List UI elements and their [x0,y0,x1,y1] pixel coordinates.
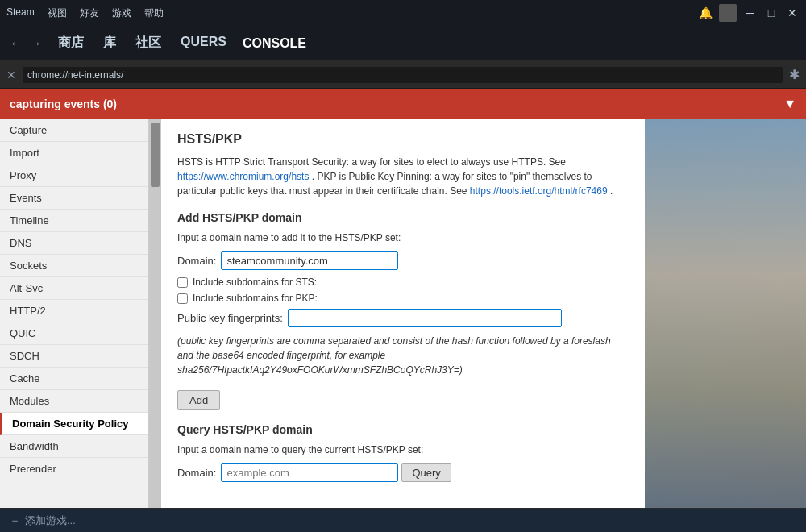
public-key-input[interactable] [288,309,562,327]
include-pkp-checkbox[interactable] [177,293,188,304]
sidebar-item-dns[interactable]: DNS [0,232,148,255]
sidebar-item-import[interactable]: Import [0,142,148,164]
navbar: ← → 商店 库 社区 QUERS CONSOLE [0,26,806,61]
sidebar-item-prerender[interactable]: Prerender [0,458,148,480]
capturebar: capturing events (0) ▼ [0,89,806,119]
right-image-panel [645,119,806,508]
include-sts-label: Include subdomains for STS: [193,276,317,288]
query-domain-label: Domain: [177,467,216,479]
domain-label: Domain: [177,255,216,267]
sidebar-item-capture[interactable]: Capture [0,119,148,142]
forward-button[interactable]: → [29,36,42,51]
public-key-label: Public key fingerprints: [177,312,283,324]
titlebar-controls: 🔔 ─ □ ✕ [698,4,800,22]
add-section-title: Add HSTS/PKP domain [177,211,629,224]
query-domain-input[interactable] [221,463,398,482]
close-button[interactable]: ✕ [785,6,800,20]
desc1-text: HSTS is HTTP Strict Transport Security: … [177,156,566,168]
sidebar-item-cache[interactable]: Cache [0,368,148,390]
link-chromium-hsts[interactable]: https://www.chromium.org/hsts [177,171,309,182]
sidebar-item-quic[interactable]: QUIC [0,322,148,345]
sidebar-item-modules[interactable]: Modules [0,390,148,413]
add-instruction: Input a domain name to add it to the HST… [177,231,629,245]
menu-steam[interactable]: Steam [6,6,35,20]
sidebar: Capture Import Proxy Events Timeline DNS… [0,119,149,508]
nav-console[interactable]: CONSOLE [243,36,306,51]
address-input[interactable] [23,67,783,83]
reload-icon[interactable]: ✱ [789,67,800,82]
query-form-group: Domain: Query [177,463,629,482]
addressbar: ✕ ✱ [0,61,806,89]
nav-quers[interactable]: QUERS [181,35,226,52]
back-button[interactable]: ← [10,36,23,51]
menu-games[interactable]: 游戏 [112,6,131,20]
titlebar: Steam 视图 好友 游戏 帮助 🔔 ─ □ ✕ [0,0,806,26]
domain-input[interactable] [221,251,398,270]
sidebar-item-domain-security-policy[interactable]: Domain Security Policy [0,413,148,435]
avatar [719,4,737,22]
capturebar-dropdown-icon[interactable]: ▼ [783,97,796,111]
capturebar-title: capturing events (0) [10,98,117,110]
minimize-button[interactable]: ─ [743,6,758,20]
sidebar-item-events[interactable]: Events [0,187,148,210]
nav-community[interactable]: 社区 [135,35,161,52]
sidebar-item-bandwidth[interactable]: Bandwidth [0,435,148,458]
sidebar-item-timeline[interactable]: Timeline [0,210,148,232]
menu-friends[interactable]: 好友 [80,6,99,20]
desc1c-text: . [610,185,613,197]
query-instruction: Input a domain name to query the current… [177,443,629,457]
public-key-form-group: Public key fingerprints: [177,309,629,327]
include-sts-checkbox[interactable] [177,277,188,288]
notification-icon[interactable]: 🔔 [698,6,713,20]
close-tab-icon[interactable]: ✕ [6,69,16,81]
description-paragraph: HSTS is HTTP Strict Transport Security: … [177,155,629,198]
menu-help[interactable]: 帮助 [144,6,164,20]
titlebar-menu: Steam 视图 好友 游戏 帮助 [6,6,164,20]
add-button-container: Add [177,384,629,410]
add-game-label: 添加游戏... [25,513,76,528]
include-pkp-label: Include subdomains for PKP: [193,293,318,304]
maximize-button[interactable]: □ [764,6,779,20]
query-button[interactable]: Query [401,463,451,482]
nav-library[interactable]: 库 [103,35,116,52]
query-section: Query HSTS/PKP domain Input a domain nam… [177,423,629,482]
sidebar-item-sockets[interactable]: Sockets [0,255,148,277]
query-section-title: Query HSTS/PKP domain [177,423,629,436]
sidebar-item-sdch[interactable]: SDCH [0,345,148,368]
sidebar-item-alt-svc[interactable]: Alt-Svc [0,277,148,300]
content-area: HSTS/PKP HSTS is HTTP Strict Transport S… [161,119,645,508]
menu-view[interactable]: 视图 [48,6,67,20]
content-title: HSTS/PKP [177,132,629,147]
include-sts-group: Include subdomains for STS: [177,276,629,288]
nav-arrows: ← → [10,36,42,51]
plus-icon: ＋ [10,513,20,528]
nav-links: 商店 库 社区 QUERS [58,35,226,52]
link-rfc7469[interactable]: https://tools.ietf.org/html/rfc7469 [470,185,608,197]
scrollbar-track[interactable] [149,119,161,508]
include-pkp-group: Include subdomains for PKP: [177,293,629,304]
fingerprint-hint-container: (public key fingerprints are comma separ… [177,334,629,377]
sidebar-item-http2[interactable]: HTTP/2 [0,300,148,322]
nav-store[interactable]: 商店 [58,35,84,52]
fingerprint-hint: (public key fingerprints are comma separ… [177,334,629,377]
sidebar-item-proxy[interactable]: Proxy [0,164,148,187]
bottombar: ＋ 添加游戏... [0,508,806,532]
main-layout: Capture Import Proxy Events Timeline DNS… [0,119,806,508]
scrollbar-thumb[interactable] [151,123,160,187]
domain-form-group: Domain: [177,251,629,270]
add-game-button[interactable]: ＋ 添加游戏... [10,513,76,528]
add-button[interactable]: Add [177,390,220,410]
